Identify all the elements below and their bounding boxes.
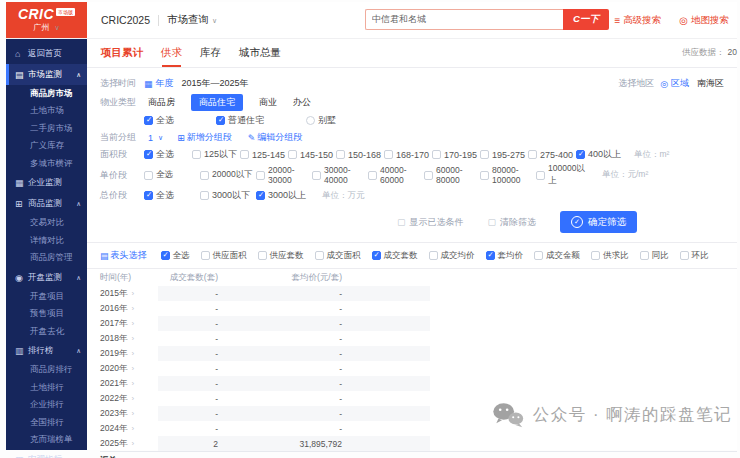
brand-logo[interactable]: CRIC 市场版 广州 ∨ [6,2,87,38]
property-type-option[interactable]: 办公 [293,96,311,109]
checkbox-option[interactable]: 成交面积 [315,250,361,262]
advanced-search-link[interactable]: ≡高级搜索 [614,14,661,27]
sidebar-item[interactable]: ▥ 排行榜 ∧ [6,341,87,362]
period-type-select[interactable]: 年度 [156,77,174,90]
sidebar-item[interactable]: ◉ 开盘监测 ∧ [6,267,87,288]
checkbox-option[interactable]: 同比 [640,250,669,262]
property-type-option[interactable]: 商品住宅 [191,94,243,111]
checkbox-label: 普通住宅 [228,114,264,127]
checkbox-option[interactable]: 全选 [144,148,192,161]
chevron-up-icon: ∧ [76,200,81,208]
property-type-options: 商品房商品住宅商业办公 [148,94,327,111]
table-row[interactable]: 2016年› - - [100,301,737,316]
checkbox-option[interactable]: 别墅 [306,114,336,127]
checkbox-option[interactable]: 20000以下 [200,169,256,181]
confirm-filter-button[interactable]: ✓确定筛选 [560,211,637,233]
checkbox-option[interactable]: 成交金额 [534,250,580,262]
sidebar-item[interactable]: 预售项目 [6,306,87,324]
sidebar-item[interactable]: ▤ 市场监测 ∧ [6,64,87,85]
sidebar-item-icon: ▤ [15,70,28,80]
checkbox-option[interactable]: 3000以上 [256,189,312,202]
add-group-button[interactable]: ⊞新增分组段 [177,131,232,144]
checkbox-option[interactable]: 400以上 [576,148,624,161]
tab[interactable]: 供求 [161,38,182,67]
sidebar-item[interactable]: ▧ 宏观指标 ∧ [6,449,87,458]
tab[interactable]: 城市总量 [239,38,281,67]
sidebar-item[interactable]: 土地市场 [6,103,87,121]
plus-square-icon: ⊞ [177,133,185,143]
checkbox-label: 150-168 [348,150,381,160]
checkbox-option[interactable]: 195-275 [480,150,528,160]
checkbox-option[interactable]: 全选 [144,114,174,127]
table-row[interactable]: 2020年› - - [100,361,737,376]
checkbox-option[interactable]: 普通住宅 [216,114,264,127]
sidebar-item[interactable]: 开盘项目 [6,288,87,306]
table-row[interactable]: 2017年› - - [100,316,737,331]
table-row[interactable]: 汇总 2 31,895,792 [100,451,737,458]
checkbox-option[interactable]: 3000以下 [200,189,256,202]
checkbox-option[interactable]: 100000以上 [536,163,592,187]
property-type-option[interactable]: 商业 [259,96,277,109]
region-mode-link[interactable]: 区域 [671,77,689,90]
checkbox-option[interactable]: 全选 [144,189,200,202]
city-switcher[interactable]: 广州 ∨ [33,22,59,33]
sidebar-item[interactable]: 商品房排行 [6,362,87,380]
checkbox-option[interactable]: 150-168 [336,150,384,160]
year-cell: 2020年 [100,363,127,375]
checkbox-option[interactable]: 20000-30000 [256,165,312,185]
edit-group-button[interactable]: ✎编辑分组段 [248,131,303,144]
sidebar-item[interactable]: 交易对比 [6,215,87,233]
sidebar-item[interactable]: 开盘去化 [6,323,87,341]
checkbox-option[interactable]: 成交均价 [429,250,475,262]
sidebar-item[interactable]: 商品房市场 [6,85,87,103]
sidebar-item[interactable]: 全国排行 [6,414,87,432]
checkbox-option[interactable]: 供应面积 [201,250,247,262]
checkbox-option[interactable]: 168-170 [384,150,432,160]
sidebar-item[interactable]: 二手房市场 [6,120,87,138]
sidebar-item[interactable]: ▦ 企业监测 [6,173,87,194]
sidebar-item[interactable]: 多城市横评 [6,155,87,173]
table-row[interactable]: 2018年› - - [100,331,737,346]
table-row[interactable]: 2019年› - - [100,346,737,361]
checkbox-option[interactable]: 供应套数 [258,250,304,262]
sidebar-item[interactable]: 详情对比 [6,232,87,250]
module-switcher[interactable]: 市场查询∨ [167,13,217,27]
checkbox-option[interactable]: 170-195 [432,150,480,160]
checkbox-option[interactable]: 套均价 [486,250,524,262]
checkbox-option[interactable]: 成交套数 [372,250,418,262]
checkbox-option[interactable]: 145-150 [288,150,336,160]
sidebar-item[interactable]: 土地排行 [6,379,87,397]
search-button[interactable]: C一下 [563,9,609,30]
checkbox-option[interactable]: 40000-60000 [368,165,424,185]
sidebar-item[interactable]: 企业排行 [6,397,87,415]
sidebar-item[interactable]: 克而瑞榜单 [6,432,87,450]
checkbox-option[interactable]: 125-145 [240,150,288,160]
checkbox-option[interactable]: 全选 [144,169,200,181]
tab[interactable]: 库存 [200,38,221,67]
table-row[interactable]: 2021年› - - [100,376,737,391]
show-selected-filters-button[interactable]: ▢显示已选条件 [397,216,464,229]
checkbox-option[interactable]: 全选 [161,250,190,262]
map-search-link[interactable]: ◎地图搜索 [679,14,729,27]
group-select[interactable]: 1∨ [148,133,163,143]
checkbox-option[interactable]: 125以下 [192,148,240,161]
tab[interactable]: 项目累计 [101,38,143,67]
checkbox-option[interactable]: 275-400 [528,150,576,160]
deals-cell: - [158,349,218,359]
sidebar-item[interactable]: 商品房管理 [6,250,87,268]
checkbox-option[interactable]: 供求比 [591,250,629,262]
clear-filters-button[interactable]: ▢清除筛选 [487,216,536,229]
checkbox-option[interactable]: 30000-40000 [312,165,368,185]
sidebar-item[interactable]: ⊞ 商品监测 ∧ [6,194,87,215]
table-row[interactable]: 2015年› - - [100,286,737,301]
table-row[interactable]: 2025年› 2 31,895,792 [100,436,737,451]
property-type-option[interactable]: 商品房 [148,96,175,109]
search-input[interactable] [365,9,563,30]
checkbox-option[interactable]: 60000-80000 [424,165,480,185]
sidebar-item[interactable]: 广义库存 [6,138,87,156]
sidebar-item[interactable]: ⌂ 返回首页 [6,43,87,64]
checkbox-option[interactable]: 80000-100000 [480,165,536,185]
checkbox-option[interactable]: 环比 [680,250,709,262]
header-select-button[interactable]: ▤表头选择 [100,249,147,262]
divider [158,15,159,26]
